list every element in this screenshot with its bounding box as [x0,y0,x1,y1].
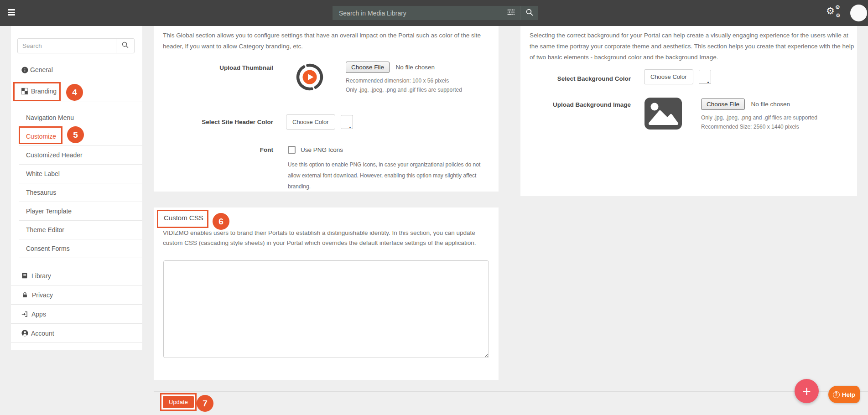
image-placeholder-icon [645,98,682,131]
sidebar-item-label: General [30,66,53,73]
site-header-color-label: Select Site Header Color [163,119,273,125]
sidebar-item-library[interactable]: Library [11,266,142,285]
search-icon [525,8,534,18]
sidebar-item-branding[interactable]: Branding [11,80,142,102]
sidebar-item-label: Apps [31,311,46,318]
sidebar-item-theme-editor[interactable]: Theme Editor [11,221,142,239]
lock-icon [21,291,29,299]
sidebar-item-general[interactable]: General [11,60,142,80]
sidebar-search-button[interactable] [116,38,134,53]
sidebar-item-thesaurus[interactable]: Thesaurus [11,183,142,202]
background-recommended-size: Recommended Size: 2560 x 1440 pixels [701,122,817,131]
upload-thumbnail-label: Upload Thumbnail [163,61,273,71]
sidebar-subitem-label: Navigation Menu [26,114,74,121]
media-library-search-bar [333,6,538,20]
background-image-row: Upload Background Image Choose File No f… [530,98,848,131]
background-color-row: Select Background Color Choose Color ▲ [530,69,848,84]
sidebar-divider [11,342,142,343]
sidebar-item-player-template[interactable]: Player Template [11,202,142,220]
filter-sliders-icon [507,8,515,18]
plus-icon: + [802,384,811,399]
global-settings-card: This Global section allows you to config… [154,26,499,192]
search-icon [121,41,129,51]
background-choose-color-button[interactable]: Choose Color [644,69,693,84]
sidebar-search-box [17,38,135,53]
custom-css-textarea[interactable] [163,260,489,358]
annotation-step-7: 7 [197,395,213,412]
portal-thumbnail-logo [295,61,325,95]
media-library-search-input[interactable] [333,10,502,17]
font-row: Font Use PNG Icons Use this option to en… [163,146,489,192]
background-choose-file-button[interactable]: Choose File [701,99,745,110]
gear-icon: ⚙ [835,4,840,10]
background-settings-card: Selecting the correct background for you… [520,26,857,196]
question-mark-icon: ? [833,391,840,398]
sidebar-item-apps[interactable]: Apps [11,305,142,323]
thumbnail-choose-file-button[interactable]: Choose File [346,62,390,73]
sidebar-item-account[interactable]: Account [11,324,142,342]
sidebar-item-consent-forms[interactable]: Consent Forms [11,239,142,258]
swatch-caret-icon: ▲ [707,81,710,83]
custom-css-title: Custom CSS [163,214,489,222]
branding-subsection: Navigation Menu Customize Customized Hea… [11,102,142,258]
use-png-icons-checkbox[interactable] [288,146,296,154]
sidebar-item-customize[interactable]: Customize [11,127,142,145]
background-no-file-text: No file chosen [751,101,790,108]
background-color-label: Select Background Color [530,72,631,82]
sidebar-item-label: Account [31,330,54,337]
help-label: Help [842,391,855,398]
sidebar-subitem-label: White Label [26,170,60,177]
update-button[interactable]: Update [163,396,194,408]
sidebar-subitem-label: Consent Forms [26,245,70,252]
swatch-caret-icon: ▲ [349,126,352,129]
settings-sidebar: General Branding Navigation Menu Customi… [11,26,142,350]
background-color-swatch[interactable]: ▲ [699,70,711,84]
sidebar-bottom-group: Library Privacy [11,258,142,343]
portal-settings-button[interactable]: ⚙ ⚙ ⚙ [826,5,844,22]
sidebar-search-input[interactable] [18,42,116,49]
search-filter-button[interactable] [502,6,520,20]
gear-icon: ⚙ [826,5,835,16]
user-avatar[interactable] [850,5,867,21]
account-circle-icon [21,329,29,337]
sidebar-item-label: Privacy [32,291,53,299]
custom-css-description: VIDIZMO enables users to brand their Por… [163,228,493,248]
book-icon [21,272,29,280]
top-app-bar: ⚙ ⚙ ⚙ [0,0,868,26]
font-label: Font [163,146,273,153]
upload-thumbnail-row: Upload Thumbnail Choose File No file cho… [163,61,489,95]
vidizmo-portal-settings-page: ⚙ ⚙ ⚙ General [0,0,868,415]
sidebar-item-privacy[interactable]: Privacy [11,285,142,304]
sidebar-subitem-label: Theme Editor [26,226,64,233]
hamburger-menu-icon[interactable] [8,9,18,17]
thumbnail-file-group: Choose File No file chosen Recommended d… [346,61,462,94]
login-arrow-icon [21,310,29,318]
sidebar-subitem-label: Customize [26,133,56,140]
update-annotation-box: Update [160,393,197,411]
site-header-choose-color-button[interactable]: Choose Color [286,114,335,130]
sidebar-subitem-label: Customized Header [26,151,83,159]
sidebar-subitem-label: Thesaurus [26,189,56,196]
sidebar-item-customized-header[interactable]: Customized Header [11,146,142,164]
checkerboard-branding-icon [21,87,29,95]
site-header-color-row: Select Site Header Color Choose Color ▲ [163,114,489,130]
background-supported-files: Only .jpg, .jpeg, .png and .gif files ar… [701,113,817,122]
sidebar-subitem-label: Player Template [26,208,72,215]
thumbnail-no-file-text: No file chosen [396,64,435,71]
sidebar-item-label: Branding [31,88,57,95]
sidebar-item-navigation-menu[interactable]: Navigation Menu [11,109,142,127]
background-section-description: Selecting the correct background for you… [530,30,856,63]
site-header-color-swatch[interactable]: ▲ [341,115,353,129]
search-submit-button[interactable] [520,6,538,20]
thumbnail-supported-files: Only .jpg, .jpeg, .png and .gif files ar… [346,85,462,94]
sidebar-item-white-label[interactable]: White Label [11,165,142,183]
footer-divider [154,391,868,392]
global-section-description: This Global section allows you to config… [163,30,489,52]
background-image-label: Upload Background Image [530,98,631,108]
thumbnail-recommended-dimension: Recommended dimension: 100 x 56 pixels [346,76,462,85]
sidebar-item-label: Library [31,272,51,280]
help-button[interactable]: ? Help [828,386,860,403]
add-fab-button[interactable]: + [795,379,819,403]
png-icons-group: Use PNG Icons Use this option to enable … [288,146,481,192]
background-file-group: Choose File No file chosen Only .jpg, .j… [701,98,817,131]
